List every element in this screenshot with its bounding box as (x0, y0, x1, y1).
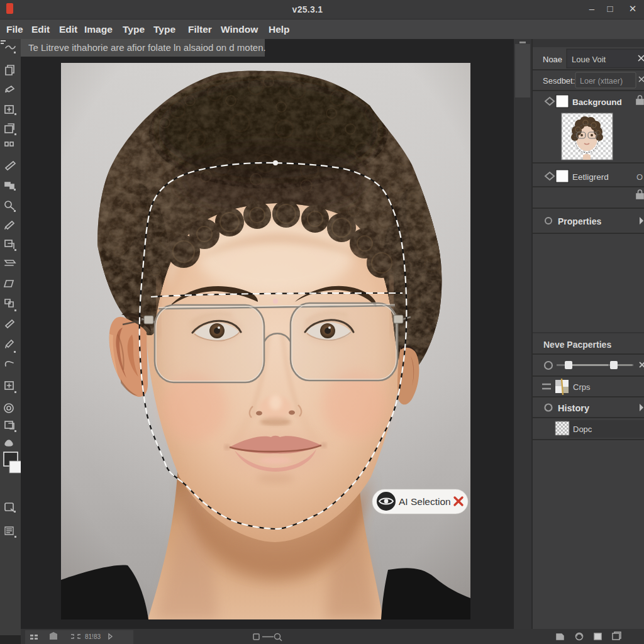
svg-text:AI Selection: AI Selection (399, 496, 451, 507)
svg-text:Neve Pacperties: Neve Pacperties (543, 340, 611, 350)
svg-text:Loer (xttaer): Loer (xttaer) (580, 77, 623, 86)
svg-text:Eetligrerd: Eetligrerd (572, 172, 609, 182)
svg-text:Loue Voit: Loue Voit (572, 55, 606, 64)
svg-text:81!83: 81!83 (85, 633, 101, 640)
svg-text:History: History (558, 403, 589, 413)
svg-text:Sesdbet:: Sesdbet: (543, 76, 575, 86)
svg-text:Properties: Properties (558, 216, 601, 226)
svg-text:Crps: Crps (573, 382, 591, 392)
svg-text:Noae: Noae (543, 55, 562, 64)
svg-text:O: O (636, 172, 643, 182)
svg-text:Dopc: Dopc (573, 425, 592, 434)
svg-text:Background: Background (572, 97, 622, 107)
